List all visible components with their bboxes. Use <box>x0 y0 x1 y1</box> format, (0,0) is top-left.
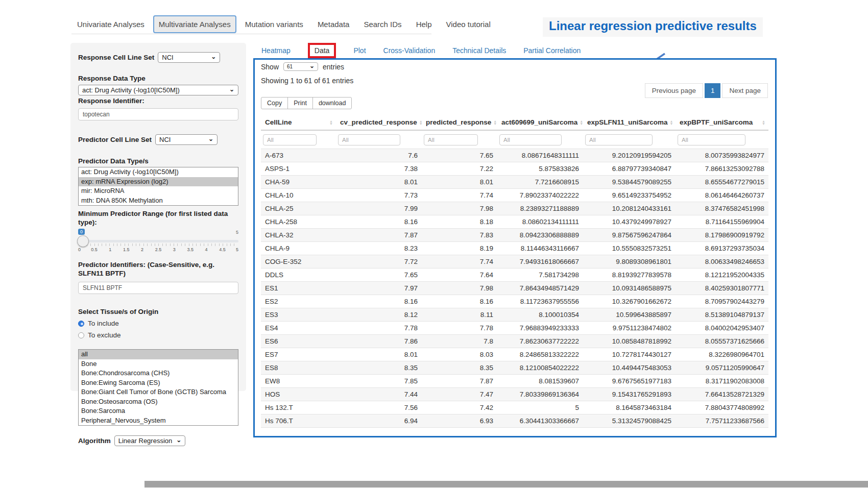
value-cell: 7.66413528721329 <box>676 388 768 401</box>
col-header-label: CellLine <box>265 118 292 126</box>
value-cell: 6.30441303366667 <box>497 414 583 428</box>
cellline-cell: ES6 <box>261 335 336 348</box>
sort-icon[interactable]: ▲▼ <box>580 120 583 125</box>
col-header-cv-predicted-response[interactable]: cv_predicted_response▲▼ <box>336 115 422 130</box>
tab-plot[interactable]: Plot <box>353 46 366 55</box>
col-header-expbptf-unisarcoma[interactable]: expBPTF_uniSarcoma▲▼ <box>676 115 768 130</box>
value-cell: 8.11 <box>422 308 497 322</box>
value-cell: 7.65 <box>336 269 422 282</box>
cellline-cell: Hs 706.T <box>261 414 336 428</box>
cellline-cell: CHLA-25 <box>261 202 336 215</box>
table-row: CHLA-2588.168.188.0860213411111110.43792… <box>261 215 768 229</box>
filter-input-cellline[interactable] <box>263 134 317 145</box>
col-header-label: cv_predicted_response <box>340 118 417 126</box>
sort-desc-icon: ▼ <box>493 123 497 125</box>
filter-cell-expbptf-unisarcoma <box>676 130 768 149</box>
value-cell: 8.71164155969904 <box>676 215 768 229</box>
sort-icon[interactable]: ▲▼ <box>329 120 333 125</box>
nav-item-help[interactable]: Help <box>411 15 438 33</box>
top-nav: Univariate AnalysesMultivariate Analyses… <box>71 15 496 33</box>
option-bone-giant-cell-tumor-of-bone-gctb-sarcoma[interactable]: Bone:Giant Cell Tumor of Bone (GCTB) Sar… <box>79 387 238 397</box>
col-header-act609699-unisarcoma[interactable]: act609699_uniSarcoma▲▼ <box>497 115 583 130</box>
option-peripheral-nervous-system[interactable]: Peripheral_Nervous_System <box>79 416 238 426</box>
slider-tick-label: 4 <box>201 247 211 252</box>
chevron-down-icon: ⌄ <box>176 438 181 442</box>
sort-icon[interactable]: ▲▼ <box>493 120 497 125</box>
tab-heatmap[interactable]: Heatmap <box>261 46 291 55</box>
sort-desc-icon: ▼ <box>670 123 673 125</box>
value-cell: 7.88043774808992 <box>676 401 768 414</box>
cellline-cell: ES4 <box>261 322 336 335</box>
algorithm-select[interactable]: Linear Regression ⌄ <box>114 435 186 446</box>
predictor-cell-line-set-select[interactable]: NCI ⌄ <box>155 134 218 145</box>
col-header-cellline[interactable]: CellLine▲▼ <box>261 115 336 130</box>
cellline-cell: CHA-59 <box>261 176 336 189</box>
nav-item-metadata[interactable]: Metadata <box>312 15 355 33</box>
table-row: CHLA-98.238.198.1144634311666710.5550832… <box>261 242 768 255</box>
radio-to-exclude[interactable]: To exclude <box>78 331 238 339</box>
col-header-expslfn11-unisarcoma[interactable]: expSLFN11_uniSarcoma▲▼ <box>583 115 676 130</box>
response-cell-line-set-select[interactable]: NCI ⌄ <box>158 52 220 63</box>
value-cell: 7.581734298 <box>497 269 583 282</box>
filter-input-predicted-response[interactable] <box>424 134 478 145</box>
value-cell: 8.69137293735034 <box>676 242 768 255</box>
nav-item-univariate-analyses[interactable]: Univariate Analyses <box>71 15 150 33</box>
radio-button-icon[interactable] <box>78 321 84 327</box>
option-bone-ewing-sarcoma-es[interactable]: Bone:Ewing Sarcoma (ES) <box>79 378 238 388</box>
nav-item-multivariate-analyses[interactable]: Multivariate Analyses <box>153 15 236 33</box>
value-cell: 8.16 <box>336 215 422 229</box>
sort-desc-icon: ▼ <box>419 123 423 125</box>
min-predictor-range-slider: 0 5 00.511.522.533.544.55 <box>78 229 238 257</box>
col-header-predicted-response[interactable]: predicted_response▲▼ <box>422 115 497 130</box>
filter-input-expslfn11-unisarcoma[interactable] <box>585 134 653 145</box>
tab-cross-validation[interactable]: Cross-Validation <box>383 46 436 55</box>
value-cell: 8.04002042953407 <box>676 322 768 335</box>
table-row: A-6737.67.658.086716483111119.2012091959… <box>261 149 768 162</box>
value-cell: 9.67675651977183 <box>583 375 676 388</box>
next-page-button[interactable]: Next page <box>722 83 768 98</box>
nav-item-search-ids[interactable]: Search IDs <box>358 15 407 33</box>
previous-page-button[interactable]: Previous page <box>645 83 703 98</box>
page-number-button[interactable]: 1 <box>705 83 721 98</box>
show-entries-select[interactable]: 61 ⌄ <box>283 62 318 71</box>
value-cell: 7.8 <box>422 335 497 348</box>
radio-to-include[interactable]: To include <box>78 320 238 327</box>
results-table: CellLine▲▼cv_predicted_response▲▼predict… <box>261 115 768 428</box>
sort-icon[interactable]: ▲▼ <box>762 120 765 125</box>
tab-technical-details[interactable]: Technical Details <box>452 46 506 55</box>
value-cell: 7.98 <box>422 282 497 295</box>
predictor-cell-line-set-value: NCI <box>159 136 171 143</box>
option-mir-microrna[interactable]: mir: MicroRNA <box>79 186 238 196</box>
predictor-identifiers-input[interactable] <box>78 282 238 294</box>
response-identifier-input[interactable] <box>78 108 238 120</box>
option-exp-mrna-expression-log2[interactable]: exp: mRNA Expression (log2) <box>79 177 238 187</box>
slider-handle[interactable] <box>77 235 89 247</box>
sort-icon[interactable]: ▲▼ <box>670 120 673 125</box>
value-cell: 9.20120919594205 <box>583 149 676 162</box>
algorithm-label: Algorithm <box>78 437 111 445</box>
table-row: DDLS7.657.647.5817342988.819392778395788… <box>261 269 768 282</box>
filter-input-act609699-unisarcoma[interactable] <box>499 134 562 145</box>
option-mth-dna-850k-methylation[interactable]: mth: DNA 850K Methylation <box>79 196 238 206</box>
option-bone-sarcoma[interactable]: Bone:Sarcoma <box>79 406 238 416</box>
radio-button-icon[interactable] <box>78 332 84 338</box>
slider-track[interactable] <box>78 240 238 242</box>
nav-item-mutation-variants[interactable]: Mutation variants <box>239 15 309 33</box>
option-bone-osteosarcoma-os[interactable]: Bone:Osteosarcoma (OS) <box>79 397 238 407</box>
option-act-drug-activity-log10-ic50m[interactable]: act: Drug Activity (-log10[IC50M]) <box>79 167 238 177</box>
option-bone-chondrosarcoma-chs[interactable]: Bone:Chondrosarcoma (CHS) <box>79 369 238 378</box>
filter-input-cv-predicted-response[interactable] <box>338 134 400 145</box>
print-button[interactable]: Print <box>287 97 313 109</box>
option-bone[interactable]: Bone <box>79 359 238 369</box>
option-all[interactable]: all <box>79 350 238 359</box>
response-data-type-select[interactable]: act: Drug Activity (-log10[IC50M]) ⌄ <box>78 85 238 95</box>
sort-icon[interactable]: ▲▼ <box>419 120 423 125</box>
download-button[interactable]: download <box>312 97 352 109</box>
tab-partial-correlation[interactable]: Partial Correlation <box>523 46 581 55</box>
copy-button[interactable]: Copy <box>261 97 288 109</box>
filter-input-expbptf-unisarcoma[interactable] <box>678 134 745 145</box>
value-cell: 10.4379249978927 <box>583 215 676 229</box>
tab-data[interactable]: Data <box>308 43 336 58</box>
cellline-cell: CHLA-258 <box>261 215 336 229</box>
nav-item-video-tutorial[interactable]: Video tutorial <box>440 15 496 33</box>
